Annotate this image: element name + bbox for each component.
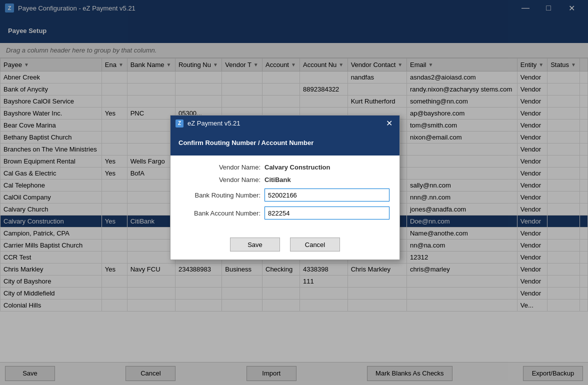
modal-overlay: Z eZ Payment v5.21 ✕ Confirm Routing Num…: [0, 0, 588, 385]
modal-vendor-name-row-1: Vendor Name: Calvary Construction: [180, 164, 390, 171]
modal-footer: Save Cancel: [170, 232, 400, 260]
modal-header-text: Confirm Routing Number / Account Number: [178, 139, 314, 146]
modal-vendor-name-value-1: Calvary Construction: [264, 164, 330, 171]
modal-vendor-name-value-2: CitiBank: [264, 176, 291, 184]
modal-title-text: eZ Payment v5.21: [188, 120, 240, 127]
modal-titlebar: Z eZ Payment v5.21 ✕: [170, 116, 400, 131]
routing-number-input[interactable]: [264, 188, 390, 202]
modal-routing-row: Bank Routing Number:: [180, 188, 390, 202]
modal-body: Vendor Name: Calvary Construction Vendor…: [170, 156, 400, 232]
modal-header: Confirm Routing Number / Account Number: [170, 131, 400, 156]
modal-account-row: Bank Account Number:: [180, 206, 390, 220]
modal-save-button[interactable]: Save: [230, 238, 280, 252]
modal-account-label: Bank Account Number:: [180, 210, 260, 217]
modal-dialog: Z eZ Payment v5.21 ✕ Confirm Routing Num…: [170, 115, 400, 260]
modal-vendor-name-row-2: Vendor Name: CitiBank: [180, 176, 390, 184]
modal-close-button[interactable]: ✕: [384, 118, 394, 128]
modal-vendor-name-label-1: Vendor Name:: [180, 164, 260, 171]
modal-app-icon: Z: [176, 120, 184, 128]
modal-cancel-button[interactable]: Cancel: [290, 238, 340, 252]
modal-routing-label: Bank Routing Number:: [180, 192, 260, 199]
account-number-input[interactable]: [264, 206, 390, 220]
modal-vendor-name-label-2: Vendor Name:: [180, 176, 260, 184]
